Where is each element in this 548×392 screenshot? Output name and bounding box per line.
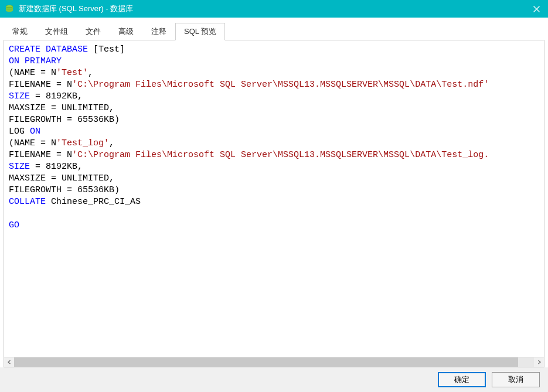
sql-token: CREATE [9, 45, 40, 54]
ok-button[interactable]: 确定 [438, 372, 486, 387]
tab-3[interactable]: 高级 [110, 23, 142, 40]
sql-text-area[interactable]: CREATE DATABASE [Test] ON PRIMARY (NAME … [4, 40, 544, 357]
tab-0[interactable]: 常规 [4, 23, 36, 40]
button-bar: 确定 取消 [0, 367, 548, 392]
horizontal-scrollbar[interactable] [4, 357, 544, 367]
close-button[interactable] [525, 0, 548, 18]
sql-token: GO [9, 220, 19, 230]
sql-preview-panel: CREATE DATABASE [Test] ON PRIMARY (NAME … [4, 40, 544, 367]
sql-token: 'Test' [56, 68, 88, 78]
tab-5[interactable]: SQL 预览 [175, 23, 225, 40]
tab-4[interactable]: 注释 [142, 23, 175, 40]
scroll-left-arrow-icon[interactable] [4, 357, 14, 367]
scroll-right-arrow-icon[interactable] [534, 357, 544, 367]
sql-token: SIZE [9, 162, 30, 172]
content-area: 常规文件组文件高级注释SQL 预览 CREATE DATABASE [Test]… [0, 18, 548, 367]
tab-bar: 常规文件组文件高级注释SQL 预览 [4, 22, 544, 40]
sql-token: 'Test_log' [56, 138, 109, 148]
tab-2[interactable]: 文件 [77, 23, 110, 40]
cancel-button[interactable]: 取消 [492, 372, 540, 387]
scroll-thumb[interactable] [14, 357, 518, 367]
sql-token: SIZE [9, 91, 30, 101]
tab-1[interactable]: 文件组 [36, 23, 77, 40]
titlebar: 新建数据库 (SQL Server) - 数据库 [0, 0, 548, 18]
close-icon [533, 6, 540, 12]
sql-token: PRIMARY [25, 56, 62, 66]
window-title: 新建数据库 (SQL Server) - 数据库 [19, 4, 525, 14]
sql-token: DATABASE [46, 45, 88, 54]
sql-token: 'C:\Program Files\Microsoft SQL Server\M… [72, 150, 489, 160]
app-icon [5, 4, 14, 13]
sql-token: COLLATE [9, 197, 46, 207]
sql-token: ON [9, 56, 19, 66]
sql-token: ON [30, 127, 40, 137]
sql-token: 'C:\Program Files\Microsoft SQL Server\M… [72, 80, 489, 90]
scroll-track[interactable] [14, 357, 534, 367]
